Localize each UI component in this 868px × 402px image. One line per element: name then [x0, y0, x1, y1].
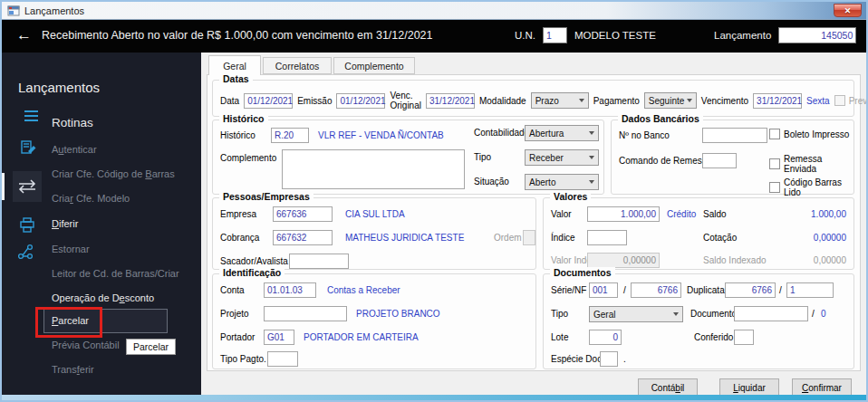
- situacao-select[interactable]: Aberto: [525, 174, 599, 190]
- swap-arrows-icon: [17, 179, 37, 194]
- comando-remessa-input[interactable]: [702, 153, 737, 168]
- pagamento-select[interactable]: Seguinte: [644, 92, 697, 109]
- modalidade-label: Modalidade: [479, 96, 526, 106]
- tab-geral[interactable]: Geral: [208, 55, 261, 75]
- data-label: Data: [220, 96, 239, 106]
- group-valores-title: Valores: [550, 191, 591, 202]
- documento-input[interactable]: [734, 306, 808, 321]
- group-documentos-title: Documentos: [550, 267, 615, 278]
- portador-input[interactable]: G01: [264, 330, 294, 345]
- serie-input[interactable]: 001: [589, 282, 618, 298]
- duplicata-input[interactable]: 6766: [725, 282, 776, 298]
- window-title: Lançamentos: [24, 5, 84, 16]
- sidebar-item-criar-cfe-codigo-barras: Criar Cfe. Código de Barras: [52, 168, 175, 179]
- conta-label: Conta: [220, 285, 245, 295]
- sidebar-item-operacao-desconto[interactable]: Operação de Desconto: [52, 292, 154, 303]
- portador-name: PORTADOR EM CARTEIRA: [304, 332, 419, 342]
- empresa-input[interactable]: 667636: [273, 206, 333, 222]
- boleto-impresso-checkbox[interactable]: [769, 129, 780, 139]
- chevron-down-icon: [673, 312, 679, 316]
- codigo-barras-lido-checkbox-row[interactable]: Código Barras Lido: [769, 177, 854, 197]
- venc-original-label: Venc. Original: [390, 91, 420, 110]
- sidebar-item-diferir[interactable]: Diferir: [52, 218, 78, 229]
- group-historico: Histórico Histórico R.20 VLR REF - VENDA…: [212, 120, 604, 195]
- projeto-name: PROJETO BRANCO: [356, 309, 440, 319]
- vencimento-input[interactable]: 31/12/2021: [753, 93, 802, 109]
- indice-label: Índice: [551, 233, 575, 243]
- previsao-checkbox: [834, 95, 845, 106]
- historico-description: VLR REF - VENDA Ñ/CONTAB: [318, 130, 444, 140]
- chevron-down-icon: [589, 156, 594, 159]
- sacador-avalista-input[interactable]: [289, 254, 349, 269]
- data-input[interactable]: 01/12/2021: [244, 93, 293, 109]
- projeto-input[interactable]: [264, 306, 347, 321]
- tab-correlatos[interactable]: Correlatos: [263, 57, 332, 74]
- saldo-indexado-label: Saldo Indexado: [703, 255, 767, 265]
- group-valores: Valores Valor 1.000,00 Crédito Saldo 1.0…: [543, 197, 854, 270]
- historico-code-input[interactable]: R.20: [271, 128, 309, 143]
- documento-separator: /: [812, 309, 815, 319]
- sidebar-item-transferir: Transferir: [52, 364, 94, 375]
- printer-icon: [19, 217, 35, 233]
- especie-doc-input[interactable]: [600, 351, 618, 367]
- sidebar-item-previa-contabil: Prévia Contábil: [52, 340, 120, 350]
- duplicata-seq-input[interactable]: 1: [786, 282, 834, 298]
- duplicata-separator: /: [779, 285, 782, 295]
- nf-input[interactable]: 6766: [631, 282, 681, 298]
- tipo-select[interactable]: Receber: [525, 149, 599, 166]
- cobranca-input[interactable]: 667632: [273, 230, 333, 245]
- group-documentos: Documentos Série/NF 001 / 6766 Duplicata…: [543, 273, 854, 369]
- sidebar-item-criar-cfe-modelo: Criar Cfe. Modelo: [52, 193, 130, 204]
- ordem-label: Ordem: [494, 233, 522, 243]
- menu-hamburger-icon[interactable]: [24, 110, 39, 122]
- annotation-red-box: [35, 307, 102, 338]
- tipo-pagto-label: Tipo Pagto.: [220, 354, 266, 364]
- saldo-label: Saldo: [703, 209, 727, 219]
- emissao-input[interactable]: 01/12/2021: [336, 93, 385, 109]
- datas-row: Data 01/12/2021 Emissão 01/12/2021 Venc.…: [213, 91, 854, 110]
- group-historico-title: Histórico: [219, 113, 268, 124]
- indice-input[interactable]: [587, 230, 627, 245]
- contabilidade-select[interactable]: Abertura: [525, 125, 599, 141]
- boleto-impresso-checkbox-row[interactable]: Boleto Impresso: [769, 129, 849, 139]
- n-banco-label: Nº no Banco: [619, 130, 670, 140]
- sidebar-title: Lançamentos: [18, 80, 100, 95]
- close-button[interactable]: ✕: [834, 4, 862, 17]
- n-banco-input[interactable]: [702, 128, 767, 143]
- valor-indexado-input: 0,00000: [587, 253, 660, 268]
- doc-tipo-label: Tipo: [551, 309, 568, 319]
- lancamento-input[interactable]: 145050: [778, 27, 856, 43]
- especie-doc-label: Espécie Doc.: [551, 354, 604, 364]
- tipo-pagto-input[interactable]: [267, 351, 298, 367]
- lote-label: Lote: [551, 332, 568, 342]
- tipo-label: Tipo: [474, 152, 491, 162]
- conferido-input[interactable]: [734, 330, 754, 345]
- group-pessoas-title: Pessoas/Empresas: [219, 191, 313, 202]
- credito-text: Crédito: [667, 209, 696, 219]
- un-input[interactable]: 1: [543, 27, 567, 43]
- modalidade-select[interactable]: Prazo: [531, 92, 589, 109]
- un-name: MODELO TESTE: [574, 30, 656, 41]
- codigo-barras-lido-checkbox[interactable]: [769, 182, 780, 193]
- cobranca-name: MATHEUS JURIDICA TESTE: [345, 233, 464, 243]
- group-identificacao: Identificação Conta 01.01.03 Contas a Re…: [212, 273, 536, 369]
- remessa-enviada-checkbox[interactable]: [769, 158, 780, 169]
- doc-tipo-select[interactable]: Geral: [589, 306, 683, 322]
- complemento-textarea[interactable]: [282, 149, 465, 189]
- lote-input[interactable]: 0: [589, 330, 622, 345]
- chevron-down-icon: [589, 131, 594, 135]
- sacador-avalista-label: Sacador/Avalista: [220, 256, 288, 266]
- remessa-enviada-checkbox-row[interactable]: Remessa Enviada: [769, 154, 854, 174]
- valor-label: Valor: [551, 209, 572, 219]
- duplicata-label: Duplicata: [687, 285, 725, 295]
- cobranca-label: Cobrança: [220, 233, 259, 243]
- lancamento-label: Lançamento: [714, 30, 771, 41]
- valor-input[interactable]: 1.000,00: [587, 206, 660, 222]
- situacao-label: Situação: [474, 177, 509, 187]
- conta-input[interactable]: 01.01.03: [264, 282, 316, 298]
- contabilidade-label: Contabilidade: [474, 128, 529, 138]
- group-pessoas-empresas: Pessoas/Empresas Empresa 667636 CIA SUL …: [212, 197, 536, 270]
- tab-complemento[interactable]: Complemento: [333, 57, 415, 74]
- venc-original-input[interactable]: 31/12/2021: [426, 93, 475, 109]
- back-arrow-icon[interactable]: ←: [16, 26, 32, 44]
